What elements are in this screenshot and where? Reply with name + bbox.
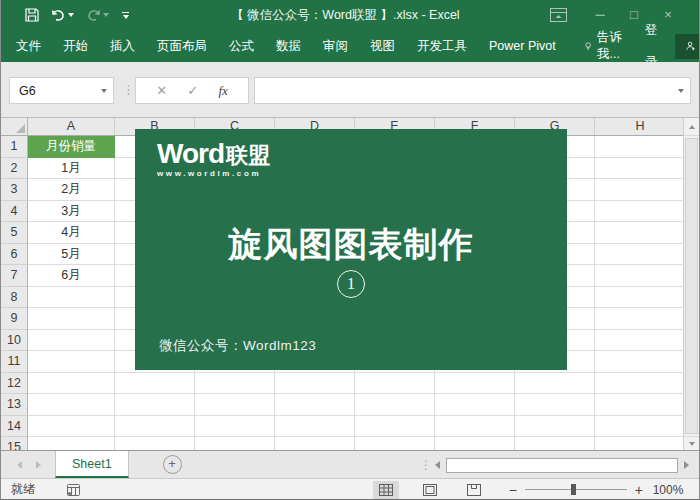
vertical-scrollbar[interactable]: [683, 118, 699, 451]
cell-H1[interactable]: [595, 136, 685, 158]
tab-review[interactable]: 审阅: [312, 30, 359, 62]
cell-E13[interactable]: [355, 394, 435, 416]
add-sheet-button[interactable]: +: [163, 455, 182, 474]
scroll-left-icon[interactable]: [435, 461, 440, 469]
row-header-2[interactable]: 2: [1, 158, 28, 180]
cell-A14[interactable]: [28, 416, 115, 438]
cell-A1[interactable]: 月份销量: [28, 136, 115, 158]
scroll-right-icon[interactable]: [684, 461, 689, 469]
zoom-slider[interactable]: [525, 484, 627, 495]
page-layout-view-button[interactable]: [417, 481, 443, 499]
vertical-scrollbar-thumb[interactable]: [685, 138, 698, 434]
cell-E12[interactable]: [355, 373, 435, 395]
cell-C12[interactable]: [195, 373, 275, 395]
cell-A12[interactable]: [28, 373, 115, 395]
row-header-5[interactable]: 5: [1, 222, 28, 244]
tab-power-pivot[interactable]: Power Pivot: [478, 30, 567, 62]
enter-icon[interactable]: ✓: [187, 83, 198, 98]
tab-formulas[interactable]: 公式: [218, 30, 265, 62]
cell-D12[interactable]: [275, 373, 355, 395]
cell-H8[interactable]: [595, 287, 685, 309]
cell-A3[interactable]: 2月: [28, 179, 115, 201]
zoom-out-button[interactable]: −: [505, 482, 521, 498]
tab-home[interactable]: 开始: [52, 30, 99, 62]
tab-file[interactable]: 文件: [5, 30, 52, 62]
row-header-10[interactable]: 10: [1, 330, 28, 352]
cell-H7[interactable]: [595, 265, 685, 287]
cell-H11[interactable]: [595, 351, 685, 373]
row-header-6[interactable]: 6: [1, 244, 28, 266]
cell-H14[interactable]: [595, 416, 685, 438]
tab-page-layout[interactable]: 页面布局: [146, 30, 218, 62]
zoom-in-button[interactable]: +: [631, 482, 647, 498]
formula-expand-icon[interactable]: [678, 89, 684, 93]
cell-A6[interactable]: 5月: [28, 244, 115, 266]
insert-function-icon[interactable]: fx: [218, 83, 227, 99]
cell-H12[interactable]: [595, 373, 685, 395]
zoom-slider-thumb[interactable]: [571, 484, 576, 495]
cell-H9[interactable]: [595, 308, 685, 330]
cell-C14[interactable]: [195, 416, 275, 438]
tab-data[interactable]: 数据: [265, 30, 312, 62]
cell-A8[interactable]: [28, 287, 115, 309]
row-header-14[interactable]: 14: [1, 416, 28, 438]
row-header-15[interactable]: 15: [1, 437, 28, 450]
undo-button[interactable]: [51, 9, 74, 22]
row-header-12[interactable]: 12: [1, 373, 28, 395]
cell-A7[interactable]: 6月: [28, 265, 115, 287]
cell-G13[interactable]: [515, 394, 595, 416]
cell-G14[interactable]: [515, 416, 595, 438]
normal-view-button[interactable]: [373, 481, 399, 499]
cell-B15[interactable]: [115, 437, 195, 450]
cell-F14[interactable]: [435, 416, 515, 438]
horizontal-scrollbar[interactable]: [435, 457, 689, 473]
scroll-down-icon[interactable]: [684, 436, 699, 451]
formula-bar-handle-icon[interactable]: ⋮: [122, 82, 135, 97]
tab-insert[interactable]: 插入: [99, 30, 146, 62]
row-header-1[interactable]: 1: [1, 136, 28, 158]
cell-A9[interactable]: [28, 308, 115, 330]
row-header-9[interactable]: 9: [1, 308, 28, 330]
cell-H10[interactable]: [595, 330, 685, 352]
row-header-7[interactable]: 7: [1, 265, 28, 287]
cell-A2[interactable]: 1月: [28, 158, 115, 180]
cell-A4[interactable]: 3月: [28, 201, 115, 223]
cell-C13[interactable]: [195, 394, 275, 416]
formula-input[interactable]: [254, 77, 691, 104]
prev-sheet-icon[interactable]: [17, 461, 22, 469]
cell-D15[interactable]: [275, 437, 355, 450]
sheetbar-handle-icon[interactable]: ⋮: [420, 458, 432, 472]
page-break-view-button[interactable]: [461, 481, 487, 499]
redo-button[interactable]: [86, 9, 109, 22]
row-header-11[interactable]: 11: [1, 351, 28, 373]
save-icon[interactable]: [25, 8, 39, 22]
cell-A15[interactable]: [28, 437, 115, 450]
cell-A5[interactable]: 4月: [28, 222, 115, 244]
cell-F13[interactable]: [435, 394, 515, 416]
cell-E15[interactable]: [355, 437, 435, 450]
cell-H15[interactable]: [595, 437, 685, 450]
cell-C15[interactable]: [195, 437, 275, 450]
row-header-3[interactable]: 3: [1, 179, 28, 201]
column-header-H[interactable]: H: [595, 118, 685, 135]
cell-H5[interactable]: [595, 222, 685, 244]
row-header-8[interactable]: 8: [1, 287, 28, 309]
cell-F15[interactable]: [435, 437, 515, 450]
column-header-A[interactable]: A: [28, 118, 115, 135]
tell-me-box[interactable]: 告诉我...: [577, 29, 633, 63]
cell-A10[interactable]: [28, 330, 115, 352]
next-sheet-icon[interactable]: [36, 461, 41, 469]
cell-G12[interactable]: [515, 373, 595, 395]
tab-developer[interactable]: 开发工具: [406, 30, 478, 62]
share-button[interactable]: 共享: [675, 34, 700, 59]
cell-D14[interactable]: [275, 416, 355, 438]
zoom-level[interactable]: 100%: [647, 483, 699, 497]
row-header-13[interactable]: 13: [1, 394, 28, 416]
cell-H6[interactable]: [595, 244, 685, 266]
cell-F12[interactable]: [435, 373, 515, 395]
select-all-corner[interactable]: [1, 118, 28, 135]
name-box-dropdown-icon[interactable]: [95, 78, 113, 103]
cell-B12[interactable]: [115, 373, 195, 395]
cancel-icon[interactable]: ✕: [156, 83, 167, 98]
cell-G15[interactable]: [515, 437, 595, 450]
